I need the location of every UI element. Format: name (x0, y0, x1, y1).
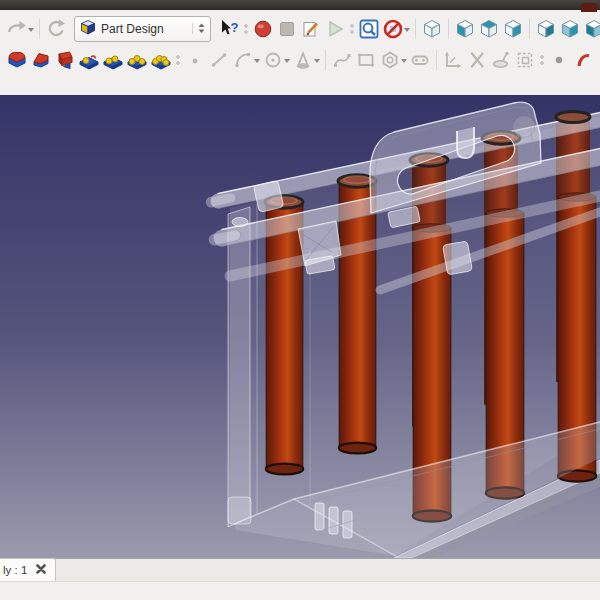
view-left-button[interactable] (582, 16, 600, 42)
view-right-button[interactable] (501, 16, 525, 42)
view-top-button[interactable] (477, 16, 501, 42)
sketch-slot-button[interactable] (408, 47, 432, 73)
sketch-rectangle-button[interactable] (354, 47, 378, 73)
dropdown-caret-icon[interactable] (400, 49, 408, 71)
refresh-button[interactable] (44, 16, 68, 42)
draft-button[interactable] (53, 47, 77, 73)
mirrored-button[interactable] (77, 47, 101, 73)
dropdown-caret-icon[interactable] (253, 49, 261, 71)
cube-axonometric-icon (421, 18, 443, 40)
draw-style-icon (382, 18, 404, 40)
titlebar-icon-sliver (581, 3, 597, 12)
whats-this-icon: ? (218, 18, 240, 40)
external-geometry-icon (442, 49, 464, 71)
toolbar-separator (448, 19, 449, 39)
linear-pattern-button[interactable] (101, 47, 125, 73)
document-tab-bar: ly : 1 (0, 558, 600, 581)
toolbar-separator (529, 19, 530, 39)
arc-icon (232, 49, 254, 71)
mirrored-icon (78, 49, 100, 71)
draw-style-button[interactable] (381, 16, 405, 42)
polar-pattern-icon (126, 49, 148, 71)
3d-viewport[interactable] (0, 95, 600, 558)
bspline-icon (331, 49, 353, 71)
draft-icon (54, 49, 76, 71)
point-icon (184, 49, 206, 71)
chamfer-button[interactable] (29, 47, 53, 73)
dropdown-caret-icon[interactable] (403, 18, 411, 40)
sketch-line-button[interactable] (207, 47, 231, 73)
sketch-polygon-button[interactable] (378, 47, 402, 73)
redo-icon (6, 18, 28, 40)
multi-transform-icon (150, 49, 172, 71)
sketch-arc-button[interactable] (231, 47, 255, 73)
toolbar-separator (415, 19, 416, 39)
polar-pattern-button[interactable] (125, 47, 149, 73)
trim-edge-button[interactable] (465, 47, 489, 73)
sketch-circle-button[interactable] (261, 47, 285, 73)
clipped-red-icon (577, 49, 589, 71)
fillet-icon (6, 49, 28, 71)
toolbar-grip-dots (349, 20, 355, 38)
sketch-bspline-button[interactable] (330, 47, 354, 73)
external-geometry-button[interactable] (441, 47, 465, 73)
toolbar-grip-dots (175, 51, 181, 69)
conics-icon (292, 49, 314, 71)
edit-region-button[interactable] (513, 47, 537, 73)
macro-edit-icon (300, 18, 322, 40)
rectangle-icon (355, 49, 377, 71)
circle-icon (262, 49, 284, 71)
chamfer-icon (30, 49, 52, 71)
cube-left-icon (583, 18, 600, 40)
toggle-construction-button[interactable] (547, 47, 571, 73)
toolbar-separator (325, 50, 326, 70)
macro-record-button[interactable] (251, 16, 275, 42)
cube-bottom-icon (559, 18, 581, 40)
macro-play-icon (324, 18, 346, 40)
view-front-button[interactable] (453, 16, 477, 42)
cube-right-icon (502, 18, 524, 40)
cube-top-icon (478, 18, 500, 40)
status-bar (0, 581, 600, 600)
dropdown-caret-icon[interactable] (27, 18, 35, 40)
trim-x-icon (466, 49, 488, 71)
dropdown-caret-icon[interactable] (313, 49, 321, 71)
sketch-point-button[interactable] (183, 47, 207, 73)
document-tab-label: ly : 1 (3, 564, 27, 576)
tab-close-icon[interactable] (36, 564, 46, 576)
carbon-copy-button[interactable] (489, 47, 513, 73)
toolbar-separator (436, 50, 437, 70)
view-bottom-button[interactable] (558, 16, 582, 42)
whats-this-button[interactable]: ? (217, 16, 241, 42)
workbench-selector-value: Part Design (101, 22, 187, 36)
polygon-icon (379, 49, 401, 71)
refresh-icon (45, 18, 67, 40)
sketch-conics-button[interactable] (291, 47, 315, 73)
macro-stop-button[interactable] (275, 16, 299, 42)
dropdown-caret-icon[interactable] (283, 49, 291, 71)
toolbar-grip-dots (539, 51, 545, 69)
macro-edit-button[interactable] (299, 16, 323, 42)
freecad-cube-icon (80, 19, 96, 39)
redo-button[interactable] (5, 16, 29, 42)
edit-region-icon (514, 49, 536, 71)
macro-play-button[interactable] (323, 16, 347, 42)
fillet-button[interactable] (5, 47, 29, 73)
macro-record-icon (252, 18, 274, 40)
toolbar-grip-dots (243, 20, 249, 38)
document-tab[interactable]: ly : 1 (0, 558, 56, 581)
svg-text:?: ? (231, 20, 239, 35)
combobox-spinner-icon[interactable] (192, 23, 205, 34)
view-rear-button[interactable] (534, 16, 558, 42)
view-axonometric-button[interactable] (420, 16, 444, 42)
window-titlebar (0, 0, 600, 10)
multi-transform-button[interactable] (149, 47, 173, 73)
view-fit-all-button[interactable] (357, 16, 381, 42)
view-fit-icon (358, 18, 380, 40)
workbench-selector[interactable]: Part Design (74, 16, 211, 42)
cube-rear-icon (535, 18, 557, 40)
carbon-copy-icon (490, 49, 512, 71)
line-icon (208, 49, 230, 71)
toolbar-row-standard: Part Design? (0, 13, 600, 44)
clipped-right-2-button[interactable] (571, 47, 595, 73)
